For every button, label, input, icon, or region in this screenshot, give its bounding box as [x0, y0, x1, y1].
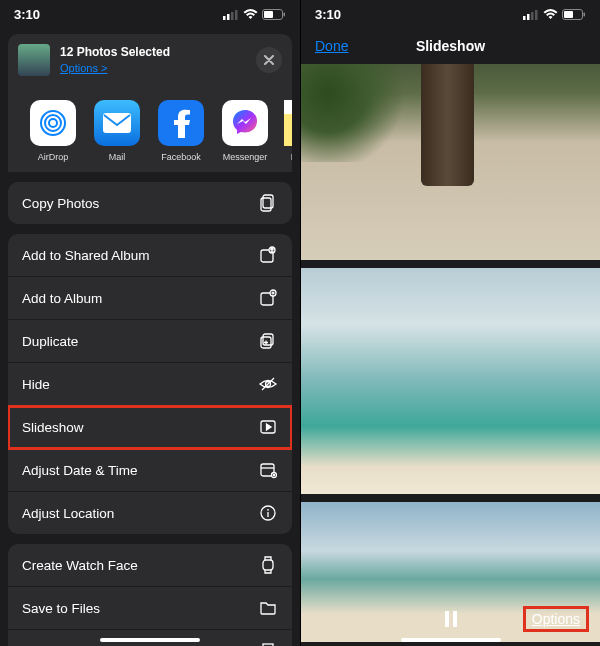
play-icon	[258, 417, 278, 437]
svg-point-15	[271, 248, 273, 250]
copy-icon	[258, 193, 278, 213]
svg-rect-32	[527, 14, 530, 20]
action-label: Add to Album	[22, 291, 102, 306]
actions-group-3: Create Watch Face Save to Files Print	[8, 544, 292, 646]
mail-icon	[94, 100, 140, 146]
airdrop-icon	[30, 100, 76, 146]
info-icon	[258, 503, 278, 523]
action-label: Duplicate	[22, 334, 78, 349]
battery-icon	[562, 9, 586, 20]
action-label: Adjust Date & Time	[22, 463, 138, 478]
share-sheet-header: 12 Photos Selected Options >	[8, 34, 292, 86]
app-messenger[interactable]: Messenger	[220, 100, 270, 162]
action-label: Adjust Location	[22, 506, 114, 521]
action-save-to-files[interactable]: Save to Files	[8, 587, 292, 630]
wifi-icon	[243, 9, 258, 20]
action-slideshow[interactable]: Slideshow	[8, 406, 292, 449]
svg-rect-38	[445, 611, 449, 627]
options-link[interactable]: Options >	[60, 61, 246, 76]
wifi-icon	[543, 9, 558, 20]
home-indicator	[100, 638, 200, 642]
app-label: N	[291, 152, 292, 162]
slideshow-photo	[301, 64, 600, 260]
pause-button[interactable]	[443, 610, 459, 628]
action-copy-photos[interactable]: Copy Photos	[8, 182, 292, 224]
folder-icon	[258, 598, 278, 618]
app-facebook[interactable]: Facebook	[156, 100, 206, 162]
app-label: Messenger	[223, 152, 268, 162]
slideshow-photo	[301, 268, 600, 494]
svg-rect-1	[227, 14, 230, 20]
app-label: AirDrop	[38, 152, 69, 162]
status-bar: 3:10	[301, 0, 600, 28]
app-label: Mail	[109, 152, 126, 162]
app-mail[interactable]: Mail	[92, 100, 142, 162]
svg-rect-6	[284, 12, 286, 16]
svg-rect-27	[263, 560, 273, 570]
share-sheet-pane: 3:10 12 Photos Selected Options >	[0, 0, 300, 646]
action-label: Copy Photos	[22, 196, 99, 211]
svg-rect-10	[103, 113, 131, 133]
status-time: 3:10	[315, 7, 341, 22]
print-icon	[258, 641, 278, 646]
svg-rect-36	[564, 11, 573, 18]
action-duplicate[interactable]: Duplicate	[8, 320, 292, 363]
slideshow-title: Slideshow	[416, 38, 485, 54]
slideshow-options-button[interactable]: Options	[524, 607, 588, 631]
notes-icon	[284, 100, 292, 146]
app-airdrop[interactable]: AirDrop	[28, 100, 78, 162]
action-label: Add to Shared Album	[22, 248, 150, 263]
svg-rect-3	[235, 10, 238, 20]
svg-point-26	[267, 509, 269, 511]
done-button[interactable]: Done	[315, 38, 348, 54]
actions-group-1: Copy Photos	[8, 182, 292, 224]
svg-rect-5	[264, 11, 273, 18]
selection-thumbnail	[18, 44, 50, 76]
hide-icon	[258, 374, 278, 394]
slideshow-pane: 3:10 Done Slideshow Options	[300, 0, 600, 646]
action-adjust-date[interactable]: Adjust Date & Time	[8, 449, 292, 492]
svg-point-8	[45, 115, 61, 131]
close-button[interactable]	[256, 47, 282, 73]
messenger-icon	[222, 100, 268, 146]
shared-album-icon	[258, 245, 278, 265]
calendar-icon	[258, 460, 278, 480]
status-bar: 3:10	[0, 0, 300, 28]
action-label: Slideshow	[22, 420, 84, 435]
watch-icon	[258, 555, 278, 575]
battery-icon	[262, 9, 286, 20]
svg-point-24	[273, 475, 274, 476]
close-icon	[264, 52, 274, 68]
svg-rect-0	[223, 16, 226, 20]
share-apps-row: AirDrop Mail Facebook Messenger N	[8, 86, 292, 172]
action-add-shared-album[interactable]: Add to Shared Album	[8, 234, 292, 277]
home-indicator	[401, 638, 501, 642]
svg-rect-34	[535, 10, 538, 20]
svg-rect-39	[453, 611, 457, 627]
svg-rect-31	[523, 16, 526, 20]
svg-point-7	[49, 119, 57, 127]
action-hide[interactable]: Hide	[8, 363, 292, 406]
share-sheet-header-text: 12 Photos Selected Options >	[60, 44, 246, 76]
cellular-icon	[223, 9, 239, 20]
facebook-icon	[158, 100, 204, 146]
svg-rect-37	[584, 12, 586, 16]
selection-count: 12 Photos Selected	[60, 44, 246, 61]
status-icons	[223, 9, 286, 20]
action-label: Create Watch Face	[22, 558, 138, 573]
action-create-watch-face[interactable]: Create Watch Face	[8, 544, 292, 587]
action-label: Hide	[22, 377, 50, 392]
album-add-icon	[258, 288, 278, 308]
action-adjust-location[interactable]: Adjust Location	[8, 492, 292, 534]
slideshow-header: Done Slideshow	[301, 28, 600, 64]
cellular-icon	[523, 9, 539, 20]
app-notes-partial[interactable]: N	[284, 100, 292, 162]
action-add-album[interactable]: Add to Album	[8, 277, 292, 320]
svg-rect-2	[231, 12, 234, 20]
app-label: Facebook	[161, 152, 201, 162]
slideshow-playbar: Options	[301, 602, 600, 636]
slideshow-content	[301, 64, 600, 646]
actions-group-2: Add to Shared Album Add to Album Duplica…	[8, 234, 292, 534]
status-time: 3:10	[14, 7, 40, 22]
duplicate-icon	[258, 331, 278, 351]
